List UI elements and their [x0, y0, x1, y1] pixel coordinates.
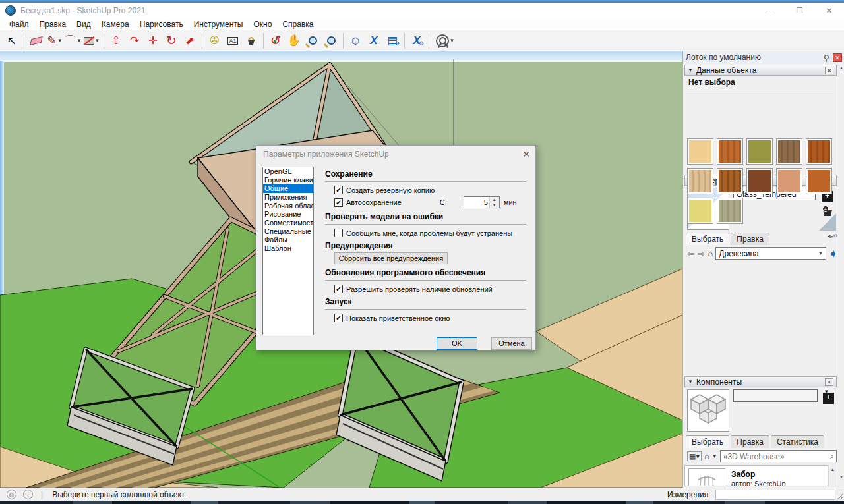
3d-warehouse-button[interactable]: ⬡↓	[346, 32, 365, 50]
material-swatch[interactable]	[746, 168, 773, 194]
home-icon[interactable]: ⌂	[708, 248, 713, 258]
checkbox-checked-icon[interactable]: ✔	[334, 198, 343, 207]
category-item[interactable]: Приложения	[263, 193, 313, 202]
scroll-up-icon[interactable]: ▲	[829, 465, 837, 474]
home-icon[interactable]: ⌂	[704, 451, 709, 461]
category-item[interactable]: Рисование	[263, 210, 313, 219]
arc-tool[interactable]: ⌒▼	[64, 32, 82, 50]
back-icon[interactable]: ⇦	[687, 248, 695, 259]
spinner-arrows[interactable]: ▲▼	[489, 197, 499, 208]
material-swatch[interactable]	[806, 168, 832, 194]
collapse-icon[interactable]: ▼	[688, 379, 693, 385]
scroll-up-icon[interactable]: ▲	[837, 63, 844, 72]
autosave-minutes-spinner[interactable]: ▲▼	[464, 196, 500, 208]
orbit-tool[interactable]: ●↺	[266, 32, 285, 50]
autosave-checkbox-row[interactable]: ✔ Автосохранение С ▲▼ мин	[334, 196, 526, 208]
menu-нарисовать[interactable]: Нарисовать	[135, 19, 189, 30]
collapse-icon[interactable]: ▼	[688, 67, 693, 73]
tray-header[interactable]: Лоток по умолчанию ✕	[683, 51, 844, 63]
material-swatch[interactable]	[806, 138, 832, 165]
extension-warehouse-button[interactable]: X⚙	[407, 32, 426, 50]
entity-info-close-icon[interactable]: ✕	[825, 67, 833, 74]
measurements-input[interactable]	[715, 490, 835, 500]
material-swatch[interactable]	[717, 198, 743, 224]
tab-правка[interactable]: Правка	[731, 435, 769, 448]
scale-tool[interactable]: ⬈	[181, 32, 199, 50]
line-tool[interactable]: ✎▼	[45, 32, 64, 50]
menu-вид[interactable]: Вид	[71, 19, 96, 30]
resize-grip[interactable]	[837, 494, 843, 499]
material-swatch[interactable]	[776, 138, 802, 165]
material-swatch[interactable]	[717, 168, 743, 194]
close-button[interactable]: ✕	[814, 3, 844, 18]
material-category-select[interactable]: Древесина▼	[715, 247, 826, 260]
paint-bucket-tool[interactable]	[242, 32, 260, 50]
checkbox-unchecked-icon[interactable]	[334, 229, 343, 237]
checkbox-checked-icon[interactable]: ✔	[334, 314, 343, 322]
material-swatch[interactable]	[746, 138, 773, 165]
rectangle-tool[interactable]: ▼	[82, 32, 101, 50]
backup-checkbox-row[interactable]: ✔Создать резервную копию	[334, 186, 526, 194]
welcome-checkbox-row[interactable]: ✔Показать приветственное окно	[334, 314, 526, 322]
forward-icon[interactable]: ⇨	[698, 248, 706, 259]
material-swatch[interactable]	[687, 168, 713, 194]
menu-инструменты[interactable]: Инструменты	[189, 19, 249, 30]
text-tool[interactable]: A1	[224, 32, 242, 50]
category-item[interactable]: Специальные воз	[263, 227, 313, 236]
share-model-button[interactable]: X	[365, 32, 383, 50]
maximize-button[interactable]: ☐	[785, 3, 814, 18]
zoom-extents-tool[interactable]: ✕	[322, 32, 340, 50]
material-swatch[interactable]	[776, 168, 802, 194]
component-list-item[interactable]: Забор автор: SketchUp	[685, 466, 828, 486]
menu-камера[interactable]: Камера	[96, 19, 135, 30]
tray-scrollbar[interactable]: ▲ ▼	[837, 63, 844, 488]
notify-checkbox-row[interactable]: Сообщить мне, когда проблемы будут устра…	[334, 229, 526, 237]
pan-tool[interactable]: ✋	[285, 32, 303, 50]
menu-окно[interactable]: Окно	[248, 19, 277, 30]
minimize-button[interactable]: —	[755, 3, 785, 18]
checkbox-checked-icon[interactable]: ✔	[334, 285, 343, 293]
credits-icon[interactable]: i	[23, 490, 33, 499]
components-header[interactable]: ▼ Компоненты ✕	[684, 376, 837, 387]
tab-статистика[interactable]: Статистика	[771, 435, 824, 448]
category-item[interactable]: Общие	[263, 184, 313, 193]
material-swatch[interactable]	[717, 138, 743, 165]
component-search-input[interactable]	[721, 452, 828, 461]
category-item[interactable]: Шаблон	[263, 244, 313, 253]
tab-выбрать[interactable]: Выбрать	[686, 233, 729, 245]
zoom-tool[interactable]	[303, 32, 322, 50]
scroll-down-icon[interactable]: ▼	[837, 472, 844, 481]
follow-me-tool[interactable]: ↷	[125, 32, 144, 50]
search-icon[interactable]: ⌕	[828, 452, 836, 461]
geolocation-icon[interactable]: ◍	[7, 490, 16, 499]
tray-close-icon[interactable]: ✕	[833, 53, 842, 62]
tab-выбрать[interactable]: Выбрать	[686, 435, 729, 448]
category-item[interactable]: Совместимость	[263, 219, 313, 227]
tab-правка[interactable]: Правка	[731, 233, 769, 245]
cancel-button[interactable]: Отмена	[491, 337, 532, 350]
spin-down-icon[interactable]: ▼	[490, 202, 499, 208]
preferences-category-list[interactable]: OpenGLГорячие клавишиОбщиеПриложенияРабо…	[262, 167, 314, 335]
component-search[interactable]: ⌕	[720, 450, 837, 462]
checkbox-checked-icon[interactable]: ✔	[334, 186, 343, 194]
category-item[interactable]: Рабочая область	[263, 202, 313, 210]
component-name-field[interactable]	[733, 389, 818, 402]
material-swatch[interactable]	[687, 198, 713, 224]
updates-checkbox-row[interactable]: ✔Разрешить проверять наличие обновлений	[334, 285, 526, 293]
reset-warnings-button[interactable]: Сбросить все предупреждения	[334, 252, 448, 264]
push-pull-tool[interactable]: ⇧	[107, 32, 125, 50]
move-tool[interactable]: ✛	[144, 32, 162, 50]
material-swatch[interactable]	[687, 138, 713, 165]
select-tool[interactable]: ↖	[3, 32, 21, 50]
tape-measure-tool[interactable]: ✇	[205, 32, 224, 50]
ok-button[interactable]: OK	[437, 337, 477, 350]
spin-up-icon[interactable]: ▲	[490, 197, 499, 202]
category-item[interactable]: Файлы	[263, 236, 313, 244]
home-dropdown-icon[interactable]: ▼	[712, 453, 717, 459]
account-button[interactable]: ▼	[432, 32, 458, 50]
list-scrollbar[interactable]: ▲	[828, 465, 836, 486]
menu-справка[interactable]: Справка	[277, 19, 318, 30]
menu-файл[interactable]: Файл	[4, 19, 34, 30]
components-close-icon[interactable]: ✕	[825, 378, 833, 386]
eraser-tool[interactable]	[27, 32, 45, 50]
